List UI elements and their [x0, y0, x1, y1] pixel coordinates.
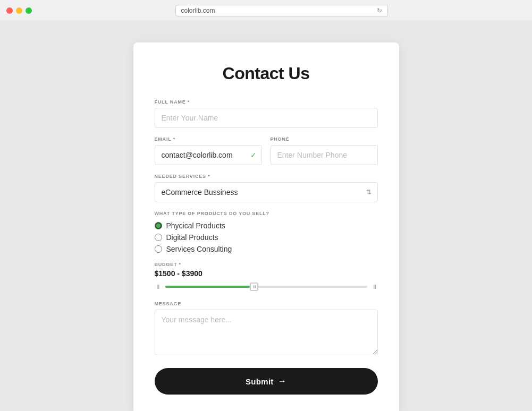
email-phone-row: EMAIL * ✓ PHONE	[155, 136, 378, 165]
close-button[interactable]	[6, 7, 13, 14]
email-wrapper: ✓	[155, 145, 262, 165]
budget-value: $1500 - $3900	[155, 269, 378, 278]
radio-consulting-input[interactable]	[155, 245, 162, 253]
product-type-question: WHAT TYPE OF PRODUCTS DO YOU SELL?	[155, 211, 378, 216]
message-group: MESSAGE	[155, 301, 378, 357]
phone-input[interactable]	[271, 145, 378, 165]
full-name-group: FULL NAME *	[155, 99, 378, 128]
product-type-group: WHAT TYPE OF PRODUCTS DO YOU SELL? Phyci…	[155, 211, 378, 253]
slider-track	[165, 286, 367, 288]
reload-icon[interactable]: ↻	[377, 7, 382, 14]
maximize-button[interactable]	[26, 7, 32, 14]
full-name-input[interactable]	[155, 108, 378, 128]
email-label: EMAIL *	[155, 136, 262, 142]
product-radio-group: Phycical Products Digital Products Servi…	[155, 221, 378, 253]
page-background: Contact Us FULL NAME * EMAIL * ✓ PHONE N…	[0, 21, 532, 411]
slider-wrapper: ⏸ ⏸	[155, 283, 378, 290]
submit-label: Submit	[246, 377, 274, 386]
slider-thumb-lines	[253, 285, 256, 288]
budget-label: BUDGET *	[155, 262, 378, 267]
message-label: MESSAGE	[155, 301, 378, 306]
url-text: colorlib.com	[181, 7, 215, 14]
slider-fill	[165, 286, 250, 288]
budget-group: BUDGET * $1500 - $3900 ⏸ ⏸	[155, 262, 378, 290]
radio-digital-input[interactable]	[155, 234, 162, 241]
slider-max-icon: ⏸	[371, 283, 378, 290]
submit-arrow-icon: →	[278, 376, 286, 386]
address-bar[interactable]: colorlib.com ↻	[175, 5, 388, 16]
traffic-lights	[6, 7, 32, 14]
phone-label: PHONE	[271, 136, 378, 142]
check-icon: ✓	[250, 151, 257, 159]
services-select[interactable]: eCommerce Bussiness Digital Marketing UI…	[155, 182, 378, 202]
contact-card: Contact Us FULL NAME * EMAIL * ✓ PHONE N…	[133, 42, 399, 411]
submit-button[interactable]: Submit →	[155, 368, 378, 395]
email-group: EMAIL * ✓	[155, 136, 262, 165]
radio-digital-label: Digital Products	[166, 233, 218, 242]
slider-thumb-line-2	[255, 285, 256, 288]
slider-min-icon: ⏸	[155, 283, 161, 290]
radio-consulting[interactable]: Services Consulting	[155, 245, 378, 253]
slider-thumb[interactable]	[250, 282, 258, 291]
phone-group: PHONE	[271, 136, 378, 165]
services-group: NEEDED SERVICES * eCommerce Bussiness Di…	[155, 174, 378, 202]
minimize-button[interactable]	[16, 7, 22, 14]
browser-chrome: colorlib.com ↻	[0, 0, 532, 21]
radio-physical[interactable]: Phycical Products	[155, 221, 378, 230]
radio-physical-label: Phycical Products	[166, 221, 225, 230]
services-select-wrapper: eCommerce Bussiness Digital Marketing UI…	[155, 182, 378, 202]
services-label: NEEDED SERVICES *	[155, 174, 378, 179]
slider-thumb-line-1	[253, 285, 254, 288]
page-title: Contact Us	[155, 64, 378, 83]
message-textarea[interactable]	[155, 310, 378, 355]
radio-physical-input[interactable]	[155, 222, 162, 229]
radio-consulting-label: Services Consulting	[166, 245, 232, 253]
full-name-label: FULL NAME *	[155, 99, 378, 105]
radio-digital[interactable]: Digital Products	[155, 233, 378, 242]
email-input[interactable]	[155, 145, 262, 165]
